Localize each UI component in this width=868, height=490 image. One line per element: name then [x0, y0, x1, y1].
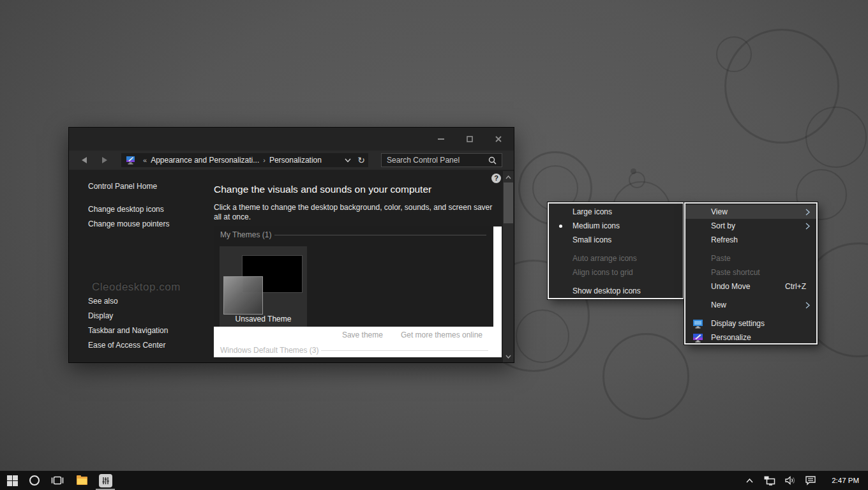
refresh-icon[interactable]: ↻ [357, 156, 365, 165]
address-bar[interactable]: « Appearance and Personalizati... › Pers… [121, 153, 368, 167]
action-center-button[interactable] [799, 471, 822, 490]
maximize-button[interactable] [460, 133, 480, 145]
close-button[interactable] [488, 133, 509, 145]
decorative-circle [602, 333, 689, 420]
scroll-down-button[interactable] [503, 352, 514, 361]
breadcrumb-root-chevron[interactable]: « [143, 156, 147, 164]
desktop: { "window": { "address": { "back_prefix"… [0, 0, 868, 490]
address-dropdown-icon[interactable] [345, 158, 351, 163]
volume-tray-button[interactable] [779, 471, 802, 490]
group-divider [274, 235, 486, 235]
menu-item-refresh[interactable]: Refresh [685, 233, 816, 247]
menu-item-auto-arrange-icons: Auto arrange icons [549, 251, 683, 265]
my-themes-header: My Themes (1) [220, 230, 271, 239]
menu-separator [685, 247, 816, 251]
tray-expand-button[interactable] [738, 471, 761, 490]
menu-item-align-icons-to-grid: Align icons to grid [549, 265, 683, 279]
menu-separator [685, 293, 816, 298]
menu-item-show-desktop-icons[interactable]: Show desktop icons [549, 284, 683, 298]
save-theme-link[interactable]: Save theme [342, 330, 383, 339]
menu-item-paste-shortcut: Paste shortcut [685, 265, 816, 279]
menu-item-large-icons[interactable]: Large icons [549, 205, 683, 219]
sidebar-item-change-desktop-icons[interactable]: Change desktop icons [88, 205, 164, 214]
shortcut-label: Ctrl+Z [785, 282, 806, 291]
scroll-up-button[interactable] [503, 172, 514, 182]
window-body: Control Panel Home Change desktop icons … [69, 170, 514, 362]
volume-icon [784, 475, 796, 486]
menu-item-personalize[interactable]: Personalize [685, 330, 816, 345]
breadcrumb-separator-icon[interactable]: › [263, 156, 266, 164]
sidebar-item-taskbar-and-navigation[interactable]: Taskbar and Navigation [88, 326, 168, 335]
file-explorer-button[interactable] [70, 471, 93, 490]
maximize-icon [467, 136, 473, 142]
personalization-icon [126, 156, 135, 165]
menu-separator [549, 247, 683, 251]
see-also-header: See also [88, 297, 118, 306]
control-panel-taskbar-button[interactable] [94, 471, 117, 490]
search-box[interactable] [381, 153, 502, 167]
menu-item-undo-move[interactable]: Undo Move Ctrl+Z [685, 279, 816, 293]
network-icon [763, 475, 776, 486]
view-submenu: Large icons Medium icons Small icons Aut… [548, 202, 684, 299]
radio-selected-icon [559, 225, 562, 228]
start-button[interactable] [1, 471, 24, 490]
search-icon[interactable] [488, 156, 497, 165]
menu-item-new[interactable]: New [685, 298, 816, 312]
menu-item-paste: Paste [685, 251, 816, 265]
breadcrumb-current[interactable]: Personalization [269, 156, 322, 165]
decorative-circle [629, 172, 645, 188]
themes-listbox: My Themes (1) Unsaved Theme Save theme G… [214, 226, 502, 357]
task-view-button[interactable] [46, 471, 69, 490]
back-icon [80, 156, 88, 164]
tray-chevron-up-icon [746, 479, 753, 483]
submenu-arrow-icon [805, 223, 810, 230]
menu-separator [685, 312, 816, 316]
minimize-button[interactable] [431, 133, 451, 145]
theme-name: Unsaved Theme [220, 315, 307, 323]
forward-icon [101, 156, 108, 164]
chevron-down-icon [505, 355, 511, 359]
page-subtitle: Click a theme to change the desktop back… [214, 203, 493, 222]
submenu-arrow-icon [805, 209, 810, 216]
personalize-icon [692, 333, 703, 343]
watermark-text: Cleodesktop.com [92, 281, 194, 293]
menu-item-display-settings[interactable]: Display settings [685, 316, 816, 330]
menu-separator [549, 279, 683, 284]
search-input[interactable] [382, 156, 488, 165]
sidebar-item-ease-of-access-center[interactable]: Ease of Access Center [88, 341, 165, 350]
window-titlebar[interactable] [69, 128, 514, 151]
decorative-circle [716, 36, 752, 72]
menu-item-small-icons[interactable]: Small icons [549, 233, 683, 247]
menu-item-view[interactable]: View [685, 205, 816, 219]
group-divider [321, 350, 488, 351]
sidebar-item-control-panel-home[interactable]: Control Panel Home [88, 182, 157, 191]
get-more-themes-link[interactable]: Get more themes online [401, 330, 483, 339]
submenu-arrow-icon [805, 302, 810, 309]
navigation-toolbar: « Appearance and Personalizati... › Pers… [69, 151, 514, 170]
close-icon [495, 136, 502, 142]
control-panel-window: « Appearance and Personalizati... › Pers… [69, 128, 514, 362]
windows-default-themes-header: Windows Default Themes (3) [220, 346, 319, 355]
desktop-context-menu: View Sort by Refresh Paste Paste shortcu… [684, 202, 818, 345]
display-settings-icon [692, 319, 703, 329]
breadcrumb-parent[interactable]: Appearance and Personalizati... [151, 156, 259, 165]
sidebar-item-change-mouse-pointers[interactable]: Change mouse pointers [88, 219, 169, 228]
cortana-button[interactable] [23, 471, 46, 490]
taskbar-clock[interactable]: 2:47 PM [832, 471, 859, 490]
minimize-icon [438, 136, 444, 142]
decorative-circle [516, 309, 569, 363]
scrollbar-thumb[interactable] [504, 182, 513, 223]
cortana-icon [29, 475, 40, 486]
action-center-icon [805, 475, 816, 486]
network-tray-button[interactable] [758, 471, 781, 490]
help-button[interactable]: ? [491, 174, 501, 183]
back-button[interactable] [77, 153, 92, 167]
vertical-scrollbar[interactable] [503, 171, 514, 362]
forward-button[interactable] [97, 153, 112, 167]
menu-item-medium-icons[interactable]: Medium icons [549, 219, 683, 233]
decorative-circle [805, 107, 867, 168]
sidebar-item-display[interactable]: Display [88, 311, 113, 320]
menu-item-sort-by[interactable]: Sort by [685, 219, 816, 233]
theme-tile-unsaved[interactable]: Unsaved Theme [220, 246, 307, 327]
file-explorer-icon [77, 477, 87, 485]
